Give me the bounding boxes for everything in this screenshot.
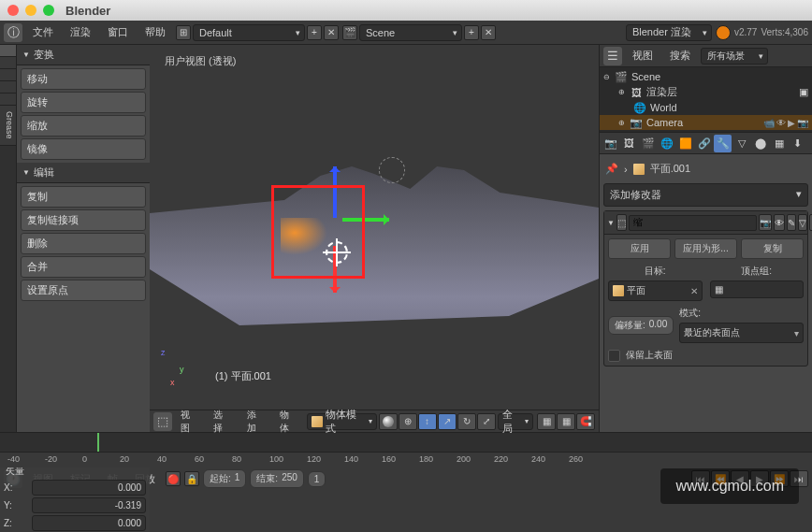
edit-header[interactable]: 编辑 [17, 163, 150, 183]
mode-dropdown[interactable]: 物体模式 ▾ [307, 413, 377, 430]
tab-create[interactable]: 创建 [0, 57, 16, 69]
menu-window[interactable]: 窗口 [101, 22, 135, 42]
delete-button[interactable]: 删除 [21, 233, 146, 254]
outliner-search-menu[interactable]: 搜索 [663, 46, 697, 65]
timeline-track[interactable] [0, 433, 812, 453]
manipulator-translate[interactable]: ↗ [438, 413, 457, 430]
tab-relations[interactable]: 关系 [0, 69, 16, 81]
transform-header[interactable]: 变换 [17, 45, 150, 65]
tree-renderlayers[interactable]: ⊕ 🖼 渲染层 ▣ [600, 84, 812, 100]
timeline-tick: 260 [569, 454, 583, 464]
mirror-button[interactable]: 镜像 [21, 138, 146, 160]
menu-help[interactable]: 帮助 [138, 22, 172, 42]
3d-viewport[interactable]: 用户视图 (透视) zyx (1) 平面.001 [150, 45, 599, 410]
mode-dropdown[interactable]: 最近的表面点▾ [679, 323, 804, 343]
add-scene-button[interactable]: + [464, 25, 479, 40]
prop-tab-data[interactable]: ▽ [732, 135, 750, 152]
orientation-dropdown[interactable]: 全局▾ [498, 413, 533, 430]
modifier-apply-shape-button[interactable]: 应用为形... [674, 238, 737, 259]
prop-tab-renderlayers[interactable]: 🖼 [620, 135, 638, 152]
modifier-name-input[interactable] [629, 215, 757, 231]
prop-tab-render[interactable]: 📷 [602, 135, 619, 152]
editor-type-icon[interactable]: ⓘ [4, 23, 22, 42]
modifier-expand-icon[interactable]: ▼ [607, 219, 615, 227]
tab-animation[interactable]: 动画 [0, 81, 16, 93]
selectable-icon[interactable]: ▶ [788, 118, 795, 128]
tree-scene[interactable]: ⊖ 🎬 Scene [600, 69, 812, 84]
rotate-button[interactable]: 旋转 [21, 92, 146, 113]
set-origin-button[interactable]: 设置原点 [21, 280, 146, 301]
manipulator-toggle[interactable]: ↕ [418, 413, 437, 430]
prop-tab-world[interactable]: 🌐 [658, 135, 675, 152]
timeline-cursor[interactable] [97, 433, 99, 452]
camera-data-icon[interactable]: 📹 [763, 118, 775, 128]
manipulator-rotate[interactable]: ↻ [457, 413, 476, 430]
lock-icon[interactable]: 🔒 [184, 471, 199, 486]
minimize-window-button[interactable] [25, 5, 36, 16]
menu-file[interactable]: 文件 [26, 22, 60, 42]
maximize-window-button[interactable] [43, 5, 54, 16]
add-layout-button[interactable]: + [307, 25, 322, 40]
scene-browse-icon[interactable]: 🎬 [342, 25, 357, 40]
prop-tab-object[interactable]: 🟧 [676, 135, 694, 152]
tree-world[interactable]: 🌐 World [600, 100, 812, 115]
breadcrumb-object[interactable]: 平面.001 [650, 162, 690, 176]
scale-button[interactable]: 缩放 [21, 115, 146, 137]
outliner-filter-dropdown[interactable]: 所有场景 [701, 48, 768, 65]
menu-render[interactable]: 渲染 [64, 22, 97, 42]
move-button[interactable]: 移动 [21, 68, 146, 90]
pin-icon[interactable]: 📌 [605, 163, 618, 175]
vgroup-field[interactable]: ▦ [710, 280, 805, 298]
render-engine-dropdown[interactable]: Blender 渲染 [626, 24, 712, 41]
tree-camera[interactable]: ⊕ 📷 Camera 📹 👁 ▶ 📷 [600, 115, 812, 130]
renderlayer-extra-icon[interactable]: ▣ [799, 86, 808, 98]
prop-tab-material[interactable]: ⬤ [751, 135, 769, 152]
prop-tab-modifiers[interactable]: 🔧 [714, 135, 732, 152]
timeline-tick: 180 [419, 454, 433, 464]
mod-editmode-toggle[interactable]: ✎ [787, 214, 796, 231]
remove-scene-button[interactable]: ✕ [481, 25, 496, 40]
mod-cage-toggle[interactable]: ▽ [798, 214, 807, 231]
screen-layout-icon[interactable]: ⊞ [176, 25, 191, 40]
outliner-tree[interactable]: ⊖ 🎬 Scene ⊕ 🖼 渲染层 ▣ 🌐 World ⊕ 📷 Camera [600, 67, 812, 132]
modifier-apply-button[interactable]: 应用 [608, 238, 671, 259]
shading-dropdown[interactable] [379, 413, 398, 430]
start-frame-field[interactable]: 起始:1 [203, 469, 246, 488]
duplicate-linked-button[interactable]: 复制链接项 [21, 209, 146, 231]
duplicate-button[interactable]: 复制 [21, 186, 146, 208]
remove-layout-button[interactable]: ✕ [324, 25, 339, 40]
offset-field[interactable]: 偏移量:0.00 [608, 316, 674, 335]
end-frame-field[interactable]: 结束:250 [250, 469, 303, 488]
layer-button-1[interactable]: ▦ [537, 413, 556, 430]
editor-type-3dview-icon[interactable]: ⬚ [153, 412, 172, 431]
tab-physics[interactable]: 物理 [0, 93, 16, 106]
keep-above-checkbox[interactable] [608, 350, 620, 362]
prop-tab-physics[interactable]: ⬇ [789, 135, 806, 152]
tab-grease[interactable]: Grease [0, 106, 16, 146]
prop-tab-constraints[interactable]: 🔗 [695, 135, 713, 152]
current-frame-field[interactable]: 1 [308, 471, 326, 487]
scene-dropdown[interactable]: Scene [359, 24, 462, 41]
renderable-icon[interactable]: 📷 [797, 118, 808, 128]
mod-display-toggle[interactable]: 👁 [774, 214, 785, 231]
close-window-button[interactable] [7, 5, 19, 16]
manipulator-scale[interactable]: ⤢ [477, 413, 496, 430]
auto-keyframe-toggle[interactable]: 🔴 [166, 471, 181, 486]
layer-button-2[interactable]: ▦ [557, 413, 575, 430]
tab-tools[interactable]: 工具 [0, 45, 16, 57]
prop-tab-scene[interactable]: 🎬 [639, 135, 657, 152]
screen-layout-dropdown[interactable]: Default [193, 24, 305, 41]
clear-target-button[interactable]: ✕ [690, 286, 698, 296]
visibility-icon[interactable]: 👁 [776, 118, 786, 128]
outliner-editor-icon[interactable]: ☰ [603, 47, 622, 65]
join-button[interactable]: 合并 [21, 256, 146, 278]
snap-toggle[interactable]: 🧲 [576, 413, 595, 430]
modifier-copy-button[interactable]: 复制 [741, 238, 804, 259]
mod-render-toggle[interactable]: 📷 [759, 214, 772, 231]
pivot-dropdown[interactable]: ⊕ [399, 413, 417, 430]
target-field[interactable]: 平面 ✕ [608, 280, 703, 301]
prop-tab-texture[interactable]: ▦ [770, 135, 788, 152]
timeline-ruler[interactable]: -40-200204060801001201401601802002202402… [0, 453, 812, 467]
add-modifier-dropdown[interactable]: 添加修改器▾ [603, 183, 808, 207]
outliner-view-menu[interactable]: 视图 [626, 46, 660, 65]
